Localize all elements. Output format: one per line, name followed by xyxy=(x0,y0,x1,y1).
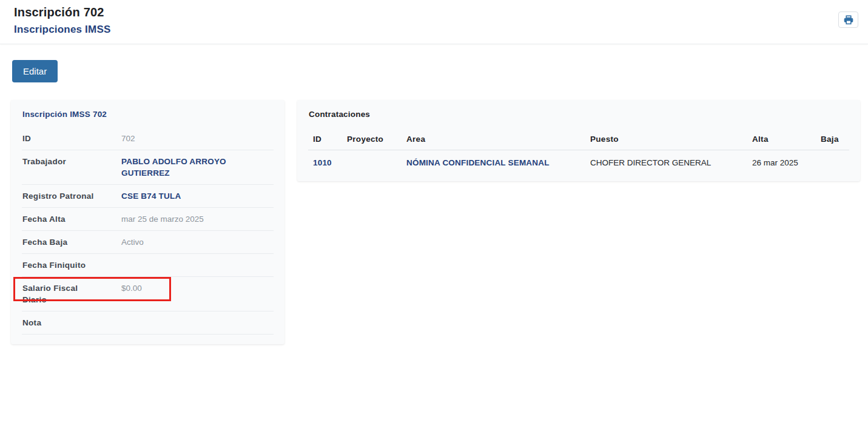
col-id: ID xyxy=(308,129,342,150)
row-fecha-alta: Fecha Alta mar 25 de marzo 2025 xyxy=(22,208,274,231)
row-fecha-finiquito: Fecha Finiquito xyxy=(22,254,274,277)
inscription-detail-card: Inscripción IMSS 702 ID 702 Trabajador P… xyxy=(11,100,284,344)
contract-area-cell: NÓMINA CONFIDENCIAL SEMANAL xyxy=(402,150,585,173)
field-label: Registro Patronal xyxy=(22,190,101,202)
field-value: Activo xyxy=(121,236,274,248)
page-header: Inscripción 702 Inscripciones IMSS xyxy=(0,0,868,44)
row-registro-patronal: Registro Patronal CSE B74 TULA xyxy=(22,185,274,208)
printer-icon xyxy=(844,15,853,25)
contract-id-cell: 1010 xyxy=(308,150,342,173)
field-label: ID xyxy=(22,133,101,144)
col-area: Area xyxy=(402,129,585,150)
field-label: Fecha Alta xyxy=(22,213,101,225)
row-trabajador: Trabajador PABLO ADOLFO ARROYO GUTIERREZ xyxy=(22,150,274,185)
edit-button[interactable]: Editar xyxy=(12,60,58,82)
field-value xyxy=(121,259,274,271)
row-salario-fiscal-diario: Salario Fiscal Diario $0.00 xyxy=(22,277,274,311)
registro-patronal-link[interactable]: CSE B74 TULA xyxy=(121,190,274,202)
row-fecha-baja: Fecha Baja Activo xyxy=(22,231,274,254)
field-label: Fecha Finiquito xyxy=(22,259,101,271)
contracts-table: ID Proyecto Area Puesto Alta Baja 1010 N… xyxy=(308,129,849,173)
field-value: $0.00 xyxy=(121,282,274,305)
contracts-header-row: ID Proyecto Area Puesto Alta Baja xyxy=(308,129,849,150)
field-value: mar 25 de marzo 2025 xyxy=(121,213,274,225)
contract-row: 1010 NÓMINA CONFIDENCIAL SEMANAL CHOFER … xyxy=(308,150,849,173)
trabajador-link[interactable]: PABLO ADOLFO ARROYO GUTIERREZ xyxy=(121,156,274,179)
field-label: Nota xyxy=(22,317,101,328)
col-proyecto: Proyecto xyxy=(342,129,402,150)
breadcrumb-link[interactable]: Inscripciones IMSS xyxy=(14,24,110,36)
contracts-card: Contrataciones ID Proyecto Area Puesto A… xyxy=(297,100,860,181)
detail-card-title: Inscripción IMSS 702 xyxy=(22,110,274,119)
field-label: Salario Fiscal Diario xyxy=(22,282,101,305)
col-puesto: Puesto xyxy=(585,129,747,150)
row-id: ID 702 xyxy=(22,127,274,150)
contracts-card-title: Contrataciones xyxy=(309,110,849,119)
field-label: Trabajador xyxy=(22,156,101,179)
field-label: Fecha Baja xyxy=(22,236,101,248)
print-button[interactable] xyxy=(838,12,858,28)
row-nota: Nota xyxy=(22,311,274,335)
toolbar: Editar xyxy=(0,44,868,82)
page-title: Inscripción 702 xyxy=(14,5,858,19)
col-baja: Baja xyxy=(816,129,849,150)
contract-id-link[interactable]: 1010 xyxy=(313,158,332,167)
contract-proyecto-cell xyxy=(342,150,402,173)
field-value: 702 xyxy=(121,133,274,144)
main-content: Inscripción IMSS 702 ID 702 Trabajador P… xyxy=(0,82,868,344)
field-value xyxy=(121,317,274,328)
col-alta: Alta xyxy=(747,129,816,150)
contract-baja-cell xyxy=(816,150,849,173)
contract-alta-cell: 26 mar 2025 xyxy=(747,150,816,173)
contract-puesto-cell: CHOFER DIRECTOR GENERAL xyxy=(585,150,747,173)
contract-area-link[interactable]: NÓMINA CONFIDENCIAL SEMANAL xyxy=(406,158,550,167)
